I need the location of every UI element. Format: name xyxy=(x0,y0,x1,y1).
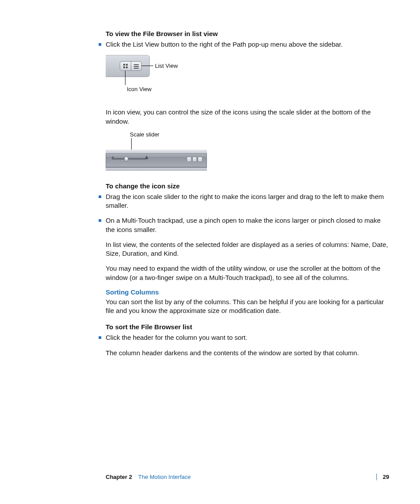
callout-icon-view: Icon View xyxy=(127,86,151,92)
heading-sorting-columns: Sorting Columns xyxy=(106,288,389,296)
grid-icon xyxy=(123,64,128,68)
bullet-icon xyxy=(99,43,101,46)
bullet-icon xyxy=(99,195,101,198)
bullet-text: On a Multi-Touch trackpad, use a pinch o… xyxy=(106,216,389,234)
divider xyxy=(106,150,207,154)
chapter-title: The Motion Interface xyxy=(138,474,191,480)
bullet-icon xyxy=(99,336,101,339)
page-footer: Chapter 2 The Motion Interface 29 xyxy=(106,474,389,480)
page-number: 29 xyxy=(376,474,389,480)
bullet-item: Click the List View button to the right … xyxy=(99,40,389,49)
paragraph: In list view, the contents of the select… xyxy=(106,240,389,258)
mini-button[interactable] xyxy=(187,157,192,162)
chapter-label: Chapter 2 xyxy=(106,474,132,480)
mini-button[interactable] xyxy=(192,157,197,162)
icon-view-button[interactable] xyxy=(120,62,131,70)
mini-button[interactable] xyxy=(198,157,203,162)
paragraph: In icon view, you can control the size o… xyxy=(106,108,389,126)
bottom-strip xyxy=(106,167,207,171)
paragraph: You may need to expand the width of the … xyxy=(106,264,389,282)
callout-scale-slider: Scale slider xyxy=(130,131,159,138)
heading-change-icon-size: To change the icon size xyxy=(106,182,389,190)
paragraph: You can sort the list by any of the colu… xyxy=(106,298,389,316)
paragraph: The column header darkens and the conten… xyxy=(106,349,389,357)
leader-line xyxy=(142,66,153,66)
min-size-icon xyxy=(111,156,114,158)
max-size-icon xyxy=(145,155,148,159)
slider-track xyxy=(112,158,147,159)
list-view-button[interactable] xyxy=(131,62,142,70)
bullet-icon xyxy=(99,219,101,222)
heading-view-list: To view the File Browser in list view xyxy=(106,30,389,37)
bullet-text: Drag the icon scale slider to the right … xyxy=(106,192,389,210)
bullet-item: On a Multi-Touch trackpad, use a pinch o… xyxy=(99,216,389,234)
segmented-control xyxy=(120,61,142,71)
leader-line xyxy=(125,71,125,85)
slider-thumb[interactable] xyxy=(124,156,129,162)
figure-scale-slider: Scale slider xyxy=(106,132,207,171)
button-cluster xyxy=(187,157,203,162)
heading-sort-file-browser: To sort the File Browser list xyxy=(106,323,389,331)
figure-view-buttons: List View Icon View xyxy=(106,55,255,99)
bullet-item: Drag the icon scale slider to the right … xyxy=(99,192,389,210)
bullet-text: Click the header for the column you want… xyxy=(106,333,389,342)
list-icon xyxy=(134,64,139,68)
bullet-item: Click the header for the column you want… xyxy=(99,333,389,342)
callout-list-view: List View xyxy=(155,63,178,69)
bullet-text: Click the List View button to the right … xyxy=(106,40,389,49)
